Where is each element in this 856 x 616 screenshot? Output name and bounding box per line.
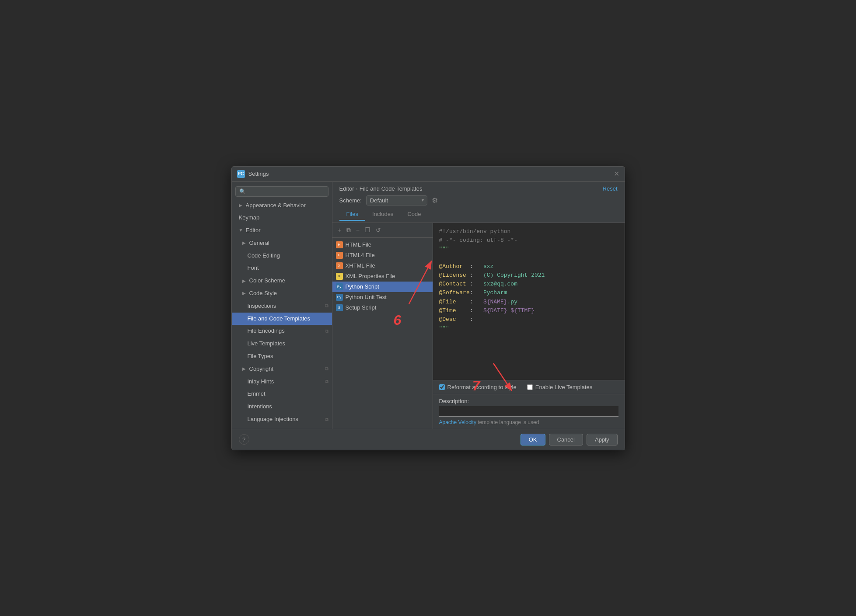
sidebar-item-general[interactable]: ▶ General	[232, 237, 332, 250]
sidebar-item-label: Live Templates	[248, 339, 285, 348]
reformat-label: Reformat according to style	[447, 384, 517, 390]
copy-icon: ⧉	[325, 416, 328, 424]
file-item-label: XHTML File	[346, 262, 375, 269]
code-line: """	[439, 245, 618, 254]
live-templates-checkbox[interactable]	[527, 384, 533, 390]
copy-template-button[interactable]: ⧉	[345, 226, 353, 235]
sidebar-item-color-scheme[interactable]: ▶ Color Scheme	[232, 275, 332, 287]
file-item[interactable]: S Setup Script	[332, 303, 433, 313]
sidebar-item-label: Emmet	[248, 390, 266, 399]
apply-button[interactable]: Apply	[587, 434, 618, 445]
add-template-button[interactable]: +	[336, 226, 343, 234]
sidebar-item-copyright[interactable]: ▶ Copyright ⧉	[232, 363, 332, 376]
breadcrumb-path: Editor › File and Code Templates	[339, 185, 423, 192]
ok-button[interactable]: OK	[521, 434, 545, 445]
copy-icon: ⧉	[325, 378, 328, 386]
xhtml-file-icon: X	[336, 262, 343, 269]
sidebar-item-intentions[interactable]: Intentions	[232, 400, 332, 413]
code-editor[interactable]: #!/usr/bin/env python # -*- coding: utf-…	[433, 223, 625, 380]
sidebar-item-appearance[interactable]: ▶ Appearance & Behavior	[232, 199, 332, 212]
code-line: @File : ${NAME}.py	[439, 298, 618, 306]
file-item[interactable]: Py Python Unit Test	[332, 292, 433, 303]
code-line: """	[439, 324, 618, 333]
sidebar-item-file-encodings[interactable]: File Encodings ⧉	[232, 325, 332, 338]
help-button[interactable]: ?	[239, 434, 249, 445]
tab-includes[interactable]: Includes	[365, 209, 400, 221]
duplicate-template-button[interactable]: ❐	[363, 226, 372, 234]
sidebar-item-label: Font	[248, 264, 259, 273]
file-item-label: HTML File	[346, 241, 371, 248]
sidebar-item-code-editing[interactable]: Code Editing	[232, 250, 332, 262]
reset-button[interactable]: Reset	[603, 185, 618, 192]
close-button[interactable]: ✕	[614, 171, 619, 177]
description-input[interactable]	[439, 406, 618, 417]
sidebar: ▶ Appearance & Behavior Keymap ▼ Editor …	[232, 182, 332, 429]
chevron-right-icon: ▶	[242, 290, 248, 297]
file-list: H HTML File H HTML4 File X XHTML File	[332, 238, 433, 429]
file-item-label: Python Unit Test	[346, 294, 387, 300]
sidebar-item-file-code-templates[interactable]: File and Code Templates	[232, 313, 332, 325]
live-templates-checkbox-label[interactable]: Enable Live Templates	[527, 384, 593, 390]
file-item[interactable]: X XHTML File	[332, 261, 433, 271]
chevron-right-icon: ▶	[242, 278, 248, 285]
gear-icon[interactable]: ⚙	[432, 196, 438, 205]
code-line: @Author : sxz	[439, 262, 618, 271]
breadcrumb-separator: ›	[356, 185, 357, 192]
sidebar-item-label: Color Scheme	[249, 276, 285, 285]
reset-template-button[interactable]: ↺	[374, 226, 383, 234]
remove-template-button[interactable]: −	[354, 226, 361, 234]
sidebar-item-inlay-hints[interactable]: Inlay Hints ⧉	[232, 376, 332, 388]
cancel-button[interactable]: Cancel	[549, 434, 583, 445]
code-line: @Contact : sxz@qq.com	[439, 280, 618, 289]
html4-file-icon: H	[336, 252, 343, 259]
reformat-checkbox-label[interactable]: Reformat according to style	[439, 384, 517, 390]
breadcrumb-current: File and Code Templates	[360, 185, 423, 192]
file-item[interactable]: X XML Properties File	[332, 271, 433, 282]
code-line: @Desc :	[439, 315, 618, 324]
apache-velocity-link[interactable]: Apache Velocity	[439, 419, 476, 425]
breadcrumb-parent: Editor	[339, 185, 354, 192]
sidebar-item-label: File and Code Templates	[248, 314, 311, 324]
scheme-select-wrapper: Default Project	[366, 195, 427, 205]
chevron-right-icon: ▶	[239, 202, 244, 209]
scheme-label: Scheme:	[339, 197, 362, 204]
sidebar-item-emmet[interactable]: Emmet	[232, 388, 332, 400]
sidebar-item-label: Appearance & Behavior	[246, 201, 306, 210]
file-item[interactable]: H HTML4 File	[332, 250, 433, 261]
html-file-icon: H	[336, 241, 343, 248]
py-unit-test-icon: Py	[336, 294, 343, 301]
sidebar-item-keymap[interactable]: Keymap	[232, 212, 332, 224]
file-list-panel: + ⧉ − ❐ ↺ H HTML File H	[332, 223, 433, 429]
sidebar-item-code-style[interactable]: ▶ Code Style	[232, 287, 332, 300]
copy-icon: ⧉	[325, 365, 328, 373]
sidebar-item-label: Code Style	[249, 289, 277, 298]
tabs-row: Files Includes Code	[339, 209, 618, 221]
description-hint: Apache Velocity template language is use…	[439, 419, 618, 425]
sidebar-item-inspections[interactable]: Inspections ⧉	[232, 300, 332, 313]
file-item-label: HTML4 File	[346, 252, 375, 258]
tab-code[interactable]: Code	[400, 209, 428, 221]
copy-icon: ⧉	[325, 302, 328, 310]
content-area: ▶ Appearance & Behavior Keymap ▼ Editor …	[232, 182, 625, 429]
sidebar-item-live-templates[interactable]: Live Templates	[232, 338, 332, 350]
sidebar-item-label: Editor	[246, 226, 261, 235]
sidebar-item-file-types[interactable]: File Types	[232, 350, 332, 363]
sidebar-item-editor[interactable]: ▼ Editor	[232, 224, 332, 237]
py-file-icon: Py	[336, 283, 343, 290]
code-line: @License : (C) Copyright 2021	[439, 271, 618, 280]
scheme-select[interactable]: Default Project	[366, 195, 427, 205]
search-input[interactable]	[235, 186, 328, 197]
panel-header: Editor › File and Code Templates Reset S…	[332, 182, 625, 223]
file-item[interactable]: H HTML File	[332, 240, 433, 250]
tab-files[interactable]: Files	[339, 209, 365, 221]
sidebar-item-language-injections[interactable]: Language Injections ⧉	[232, 413, 332, 426]
sidebar-item-label: Inlay Hints	[248, 377, 274, 386]
file-item-python-script[interactable]: Py Python Script	[332, 282, 433, 292]
sidebar-item-font[interactable]: Font	[232, 262, 332, 275]
sidebar-item-label: File Types	[248, 352, 273, 361]
description-area: Description: Apache Velocity template la…	[433, 394, 625, 429]
setup-script-icon: S	[336, 304, 343, 311]
sidebar-item-proofreading[interactable]: ▶ Proofreading	[232, 426, 332, 429]
chevron-right-icon: ▶	[242, 365, 248, 372]
reformat-checkbox[interactable]	[439, 384, 445, 390]
